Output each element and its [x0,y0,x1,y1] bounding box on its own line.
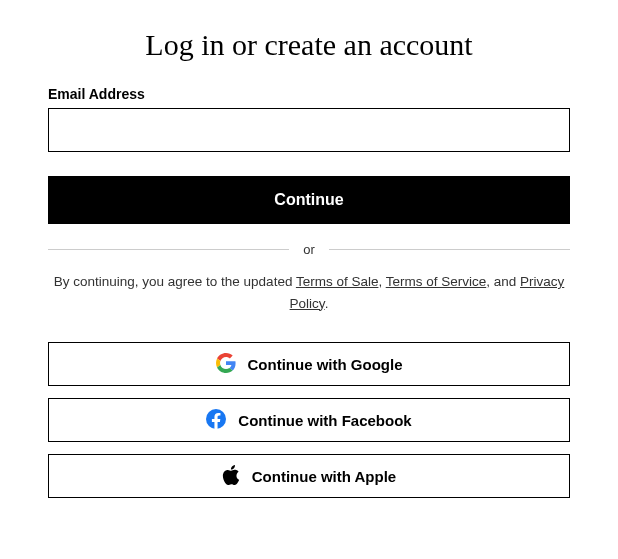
terms-sep2: , and [486,274,520,289]
continue-with-google-button[interactable]: Continue with Google [48,342,570,386]
apple-icon [222,465,240,488]
terms-prefix: By continuing, you agree to the updated [54,274,296,289]
google-icon [216,353,236,376]
facebook-icon [206,409,226,432]
login-container: Log in or create an account Email Addres… [48,28,570,498]
terms-of-service-link[interactable]: Terms of Service [386,274,487,289]
terms-text: By continuing, you agree to the updated … [48,271,570,314]
continue-button[interactable]: Continue [48,176,570,224]
facebook-button-label: Continue with Facebook [238,412,411,429]
terms-suffix: . [325,296,329,311]
divider-line-left [48,249,289,250]
google-button-label: Continue with Google [248,356,403,373]
divider: or [48,242,570,257]
email-label: Email Address [48,86,570,102]
divider-line-right [329,249,570,250]
terms-of-sale-link[interactable]: Terms of Sale [296,274,379,289]
terms-sep1: , [378,274,385,289]
apple-button-label: Continue with Apple [252,468,396,485]
email-input[interactable] [48,108,570,152]
divider-text: or [289,242,329,257]
page-title: Log in or create an account [48,28,570,62]
continue-with-apple-button[interactable]: Continue with Apple [48,454,570,498]
continue-with-facebook-button[interactable]: Continue with Facebook [48,398,570,442]
